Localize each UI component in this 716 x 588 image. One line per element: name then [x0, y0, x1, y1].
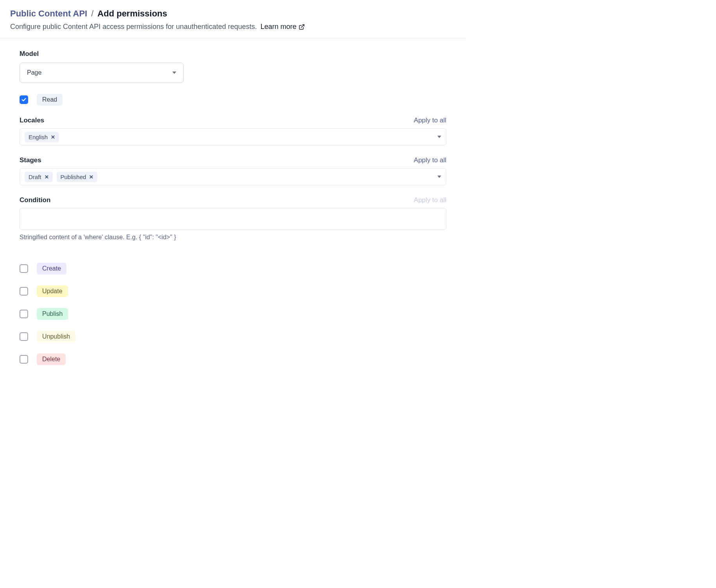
remove-chip-icon[interactable] — [45, 175, 49, 179]
breadcrumb-sep: / — [91, 9, 93, 19]
stage-chip-label: Draft — [29, 174, 41, 180]
remove-chip-icon[interactable] — [51, 135, 55, 139]
condition-section: Condition Apply to all Stringified conte… — [20, 196, 446, 241]
locales-section: Locales Apply to all English — [20, 117, 446, 145]
form-body: Model Page Read Locales Apply to all — [0, 38, 466, 381]
locales-select[interactable]: English — [20, 128, 446, 145]
locales-apply-all[interactable]: Apply to all — [414, 117, 446, 124]
delete-pill: Delete — [37, 353, 66, 365]
stages-apply-all[interactable]: Apply to all — [414, 156, 446, 164]
model-section: Model Page Read — [20, 50, 446, 106]
create-checkbox[interactable] — [20, 264, 28, 273]
publish-pill: Publish — [37, 308, 68, 320]
read-row: Read — [20, 94, 446, 106]
model-label: Model — [20, 50, 446, 58]
caret-down-icon — [172, 72, 176, 74]
unpublish-checkbox[interactable] — [20, 332, 28, 341]
publish-row: Publish — [20, 308, 446, 320]
caret-down-icon — [437, 136, 441, 138]
update-pill: Update — [37, 285, 68, 297]
read-pill: Read — [37, 94, 63, 106]
stage-chip-published: Published — [57, 172, 98, 182]
remove-chip-icon[interactable] — [89, 175, 93, 179]
condition-hint: Stringified content of a 'where' clause.… — [20, 234, 446, 241]
locale-chip-english: English — [25, 132, 59, 142]
read-checkbox[interactable] — [20, 95, 28, 104]
delete-checkbox[interactable] — [20, 355, 28, 364]
svg-line-0 — [301, 25, 304, 27]
stage-chip-label: Published — [61, 174, 86, 180]
unpublish-pill: Unpublish — [37, 331, 75, 342]
caret-down-icon — [437, 176, 441, 178]
create-pill: Create — [37, 263, 66, 274]
learn-more-link[interactable]: Learn more — [260, 23, 305, 31]
update-checkbox[interactable] — [20, 287, 28, 296]
update-row: Update — [20, 285, 446, 297]
permissions-list: Create Update Publish Unpublish — [20, 252, 446, 365]
subtitle-text: Configure public Content API access perm… — [10, 23, 257, 30]
page-subtitle: Configure public Content API access perm… — [10, 23, 456, 31]
condition-label: Condition — [20, 196, 50, 204]
external-link-icon — [299, 24, 305, 30]
breadcrumb: Public Content API / Add permissions — [10, 9, 456, 19]
breadcrumb-current: Add permissions — [97, 9, 167, 19]
locale-chip-label: English — [29, 134, 48, 140]
model-select[interactable]: Page — [20, 63, 184, 83]
stages-section: Stages Apply to all Draft Published — [20, 156, 446, 185]
condition-input[interactable] — [20, 208, 446, 230]
create-row: Create — [20, 263, 446, 274]
breadcrumb-parent[interactable]: Public Content API — [10, 9, 87, 19]
locales-label: Locales — [20, 117, 44, 124]
learn-more-label: Learn more — [260, 23, 296, 31]
model-value: Page — [27, 69, 41, 76]
condition-apply-all: Apply to all — [414, 196, 446, 204]
stages-label: Stages — [20, 156, 41, 164]
publish-checkbox[interactable] — [20, 310, 28, 318]
stage-chip-draft: Draft — [25, 172, 53, 182]
unpublish-row: Unpublish — [20, 331, 446, 342]
page-header: Public Content API / Add permissions Con… — [0, 0, 466, 38]
stages-select[interactable]: Draft Published — [20, 168, 446, 185]
delete-row: Delete — [20, 353, 446, 365]
